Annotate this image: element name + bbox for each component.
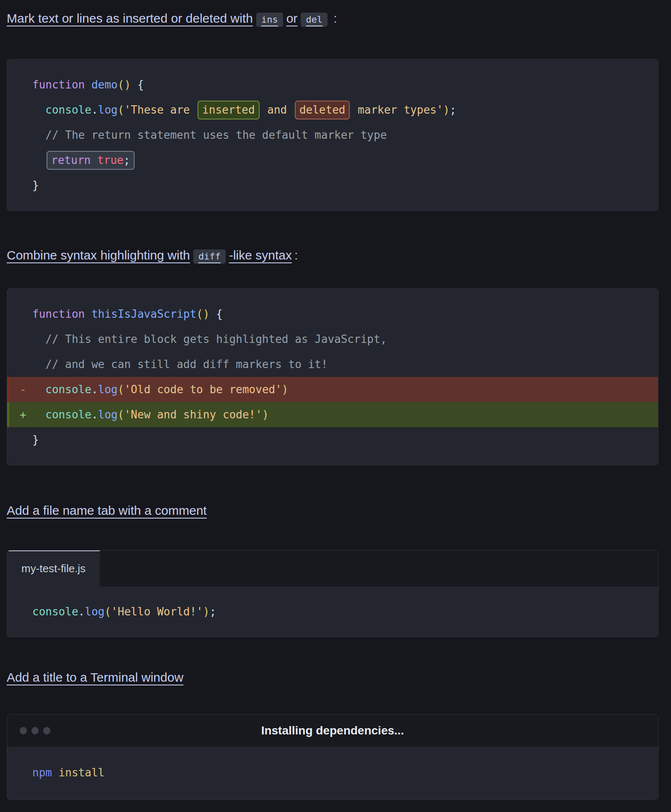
code-line: return true;	[7, 148, 658, 173]
code-token	[32, 104, 45, 116]
code-token: true	[97, 154, 124, 166]
code-token: log	[98, 383, 118, 396]
code-line: function thisIsJavaScript() {	[7, 301, 658, 327]
terminal-header: Installing dependencies...	[7, 715, 658, 747]
content: Mark text or lines as inserted or delete…	[7, 9, 658, 800]
link-terminal-title[interactable]: Add a title to a Terminal window	[7, 670, 183, 684]
terminal-title: Installing dependencies...	[261, 724, 404, 737]
code-token: return	[51, 154, 91, 166]
terminal-frame: Installing dependencies... npm install	[7, 714, 658, 800]
link-diff-syntax[interactable]: Combine syntax highlighting withdiff-lik…	[7, 248, 292, 262]
code-token: ;	[450, 104, 456, 116]
code-token	[32, 383, 45, 396]
heading-file-tab: Add a file name tab with a comment	[7, 501, 658, 520]
link-file-tab[interactable]: Add a file name tab with a comment	[7, 503, 207, 517]
code-token: 'Hello World!'	[111, 605, 203, 618]
inline-mark-del: deleted	[295, 101, 350, 119]
code-token: npm	[32, 766, 52, 779]
code-token: }	[32, 179, 39, 192]
code-token: }	[32, 433, 39, 446]
code-line: // and we can still add diff markers to …	[7, 352, 658, 377]
code-token: // This entire block gets highlighted as…	[32, 333, 387, 345]
heading-text: Combine syntax highlighting with	[7, 248, 190, 262]
code-token: {	[210, 308, 223, 320]
file-frame: my-test-file.js console.log('Hello World…	[7, 550, 658, 637]
code-line-inserted: + console.log('New and shiny code!')	[7, 402, 658, 427]
code-token: (	[118, 104, 125, 116]
code-token: .	[91, 383, 98, 396]
code-token: 'These are	[124, 104, 196, 116]
code-token: )	[262, 408, 269, 421]
window-dot-icon	[20, 727, 27, 734]
inline-mark-def: return true;	[47, 151, 135, 170]
code-token: deleted	[299, 104, 346, 116]
code-token: console	[45, 383, 91, 396]
heading-terminal-title: Add a title to a Terminal window	[7, 668, 658, 687]
file-frame-header: my-test-file.js	[7, 550, 658, 586]
code-token	[91, 154, 97, 166]
code-token: console	[45, 104, 91, 116]
code-token: console	[45, 408, 91, 421]
code-token: 'Old code to be removed'	[124, 383, 282, 396]
code-token	[32, 154, 45, 166]
inline-code-diff: diff	[193, 249, 226, 264]
code-token: .	[91, 104, 98, 116]
window-dot-icon	[43, 727, 50, 734]
inline-code-ins: ins	[256, 13, 283, 27]
code-token: demo	[91, 78, 118, 91]
code-token: (	[118, 408, 125, 421]
code-token: marker types'	[351, 104, 443, 116]
code-token: // and we can still add diff markers to …	[32, 358, 328, 371]
code-token: {	[131, 78, 144, 91]
heading-text: or	[286, 11, 298, 25]
diff-sign: +	[20, 402, 26, 427]
code-token: ;	[210, 605, 216, 618]
file-tab: my-test-file.js	[7, 550, 100, 586]
code-token: function	[32, 78, 91, 91]
code-token: and	[261, 104, 294, 116]
code-line: // The return statement uses the default…	[7, 122, 658, 148]
code-token: .	[91, 408, 98, 421]
code-line: function demo() {	[7, 72, 658, 97]
heading-text: -like syntax	[229, 248, 292, 262]
code-token: log	[98, 408, 118, 421]
code-token: 'New and shiny code!'	[124, 408, 262, 421]
window-dots	[20, 727, 50, 734]
code-token: thisIsJavaScript	[91, 308, 196, 320]
heading-ins-del: Mark text or lines as inserted or delete…	[7, 9, 658, 29]
code-block-terminal: npm install	[7, 747, 658, 799]
code-token: function	[32, 308, 91, 320]
code-token: install	[52, 766, 104, 779]
code-line: // This entire block gets highlighted as…	[7, 327, 658, 352]
heading-suffix: :	[294, 248, 298, 262]
code-token: log	[85, 605, 104, 618]
code-block-file: console.log('Hello World!');	[7, 586, 658, 637]
code-line: npm install	[7, 760, 658, 785]
code-line: console.log('These are inserted and dele…	[7, 97, 658, 122]
link-ins-del[interactable]: Mark text or lines as inserted or delete…	[7, 11, 331, 25]
heading-suffix: :	[333, 11, 337, 25]
code-token: (	[104, 605, 111, 618]
code-block-marker-demo: function demo() { console.log('These are…	[7, 59, 658, 211]
code-token: ()	[196, 308, 209, 320]
heading-text: Mark text or lines as inserted or delete…	[7, 11, 253, 25]
inline-code-del: del	[301, 13, 328, 27]
code-token: ;	[124, 154, 130, 166]
code-token: console	[32, 605, 78, 618]
code-token: (	[118, 383, 125, 396]
heading-diff-syntax: Combine syntax highlighting withdiff-lik…	[7, 246, 658, 266]
inline-mark-ins: inserted	[198, 101, 259, 119]
window-dot-icon	[31, 727, 39, 734]
code-line: console.log('Hello World!');	[7, 599, 658, 624]
code-token: )	[203, 605, 210, 618]
code-block-diff: function thisIsJavaScript() { // This en…	[7, 288, 658, 465]
code-token	[32, 408, 45, 421]
diff-sign: -	[20, 377, 26, 402]
code-line: }	[7, 173, 658, 198]
code-token: ()	[118, 78, 131, 91]
code-line-deleted: - console.log('Old code to be removed')	[7, 377, 658, 402]
code-token: )	[443, 104, 450, 116]
code-token: )	[282, 383, 289, 396]
heading-text: Add a file name tab with a comment	[7, 503, 207, 517]
code-line: }	[7, 427, 658, 452]
